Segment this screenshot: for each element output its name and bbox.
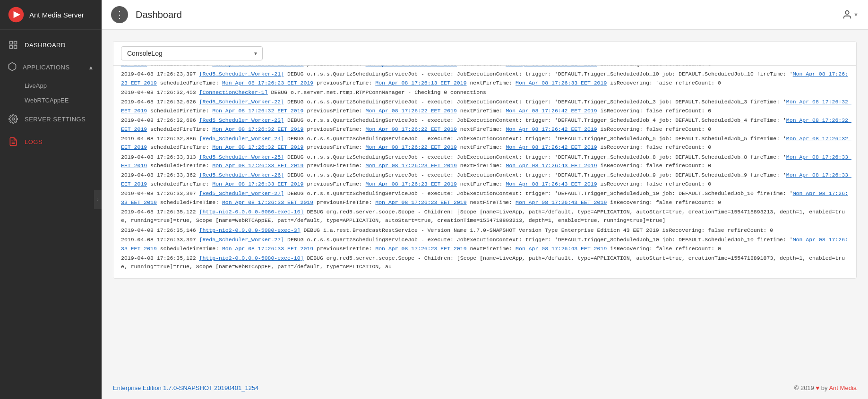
sidebar-item-server-settings[interactable]: SERVER SETTINGS [0, 108, 102, 130]
user-icon [842, 9, 852, 20]
log-line: 2019-04-08 17:26:33,397 [Red5_Scheduler_… [121, 189, 849, 207]
log-line: 2019-04-08 17:26:23,365 [Red5_Scheduler_… [121, 66, 849, 69]
sidebar-nav: DASHBOARD APPLICATIONS ▲ LiveApp W [0, 30, 102, 399]
footer-heart: ♥ [816, 384, 821, 391]
box-icon [8, 62, 17, 73]
sidebar-header: Ant Media Server [0, 0, 102, 30]
sidebar-item-liveapp-label: LiveApp [25, 82, 47, 89]
grid-icon [8, 39, 19, 51]
footer-copyright: © 2019 ♥ by Ant Media [794, 384, 857, 391]
sidebar: Ant Media Server DASHBOARD [0, 0, 102, 399]
user-menu[interactable]: ▼ [842, 9, 859, 20]
svg-rect-5 [14, 46, 17, 49]
menu-button[interactable]: ⋮ [111, 6, 128, 23]
sidebar-item-dashboard-label: DASHBOARD [25, 42, 66, 49]
footer-copy-year: © 2019 [794, 384, 814, 391]
page-title: Dashboard [136, 9, 842, 20]
file-text-icon [8, 136, 19, 147]
svg-rect-3 [14, 42, 17, 44]
sidebar-item-liveapp[interactable]: LiveApp [0, 78, 102, 93]
footer-version: Enterprise Edition 1.7.0-SNAPSHOT 201904… [113, 384, 258, 391]
sidebar-item-applications[interactable]: APPLICATIONS ▲ [0, 56, 102, 78]
log-line: 2019-04-08 17:26:32,453 [ConnectionCheck… [121, 88, 849, 97]
svg-rect-2 [10, 42, 13, 44]
topbar: ⋮ Dashboard ▼ [102, 0, 868, 30]
sidebar-item-webrtcappee-label: WebRTCAppEE [25, 97, 69, 104]
app-logo [8, 6, 25, 23]
consolelog-select[interactable]: ConsoleLog Error Log Access Log [121, 46, 263, 60]
sidebar-section-applications: APPLICATIONS ▲ LiveApp WebRTCAppEE [0, 56, 102, 108]
chevron-up-icon: ▲ [88, 64, 94, 71]
sidebar-item-applications-label: APPLICATIONS [23, 64, 70, 71]
consolelog-header: ConsoleLog Error Log Access Log [113, 42, 856, 66]
consolelog-select-wrapper: ConsoleLog Error Log Access Log [121, 46, 263, 60]
log-line: 2019-04-08 17:26:35,146 [http-nio2-0.0.0… [121, 226, 849, 235]
app-title: Ant Media Server [29, 11, 84, 19]
footer: Enterprise Edition 1.7.0-SNAPSHOT 201904… [102, 377, 868, 399]
main-content: ⋮ Dashboard ▼ ConsoleLog Error Log Acces… [102, 0, 868, 399]
log-line: 2019-04-08 17:26:33,397 [Red5_Scheduler_… [121, 236, 849, 253]
log-line: 2019-04-08 17:26:35,122 [http-nio2-0.0.0… [121, 208, 849, 225]
log-line: 2019-04-08 17:26:32,886 [Red5_Scheduler_… [121, 135, 849, 152]
content-area: ConsoleLog Error Log Access Log 17:26:23… [102, 30, 868, 377]
svg-point-9 [845, 11, 849, 14]
dots-icon: ⋮ [115, 9, 125, 20]
svg-rect-4 [10, 46, 13, 49]
footer-by: by [821, 384, 828, 391]
svg-point-6 [12, 118, 15, 120]
sidebar-resize-handle[interactable]: › [94, 190, 102, 209]
sidebar-item-logs[interactable]: LOGS [0, 130, 102, 153]
sidebar-item-logs-label: LOGS [25, 138, 43, 145]
consolelog-panel: ConsoleLog Error Log Access Log 17:26:23… [113, 41, 857, 279]
user-dropdown-arrow: ▼ [853, 12, 859, 17]
log-content[interactable]: 17:26:23 EET 2019 scheduledFireTime: Mon… [113, 66, 856, 278]
log-line: 2019-04-08 17:26:23,397 [Red5_Scheduler_… [121, 70, 849, 87]
sidebar-item-webrtcappee[interactable]: WebRTCAppEE [0, 93, 102, 108]
log-line: 2019-04-08 17:26:32,626 [Red5_Scheduler_… [121, 98, 849, 115]
log-line: 2019-04-08 17:26:32,686 [Red5_Scheduler_… [121, 116, 849, 134]
gear-icon [8, 113, 19, 125]
footer-brand-link[interactable]: Ant Media [829, 384, 857, 391]
log-line: 2019-04-08 17:26:33,313 [Red5_Scheduler_… [121, 153, 849, 170]
log-line: 2019-04-08 17:26:35,122 [http-nio2-0.0.0… [121, 254, 849, 272]
sidebar-item-server-settings-label: SERVER SETTINGS [25, 116, 86, 123]
log-line: 2019-04-08 17:26:33,362 [Red5_Scheduler_… [121, 171, 849, 188]
sidebar-item-dashboard[interactable]: DASHBOARD [0, 34, 102, 56]
